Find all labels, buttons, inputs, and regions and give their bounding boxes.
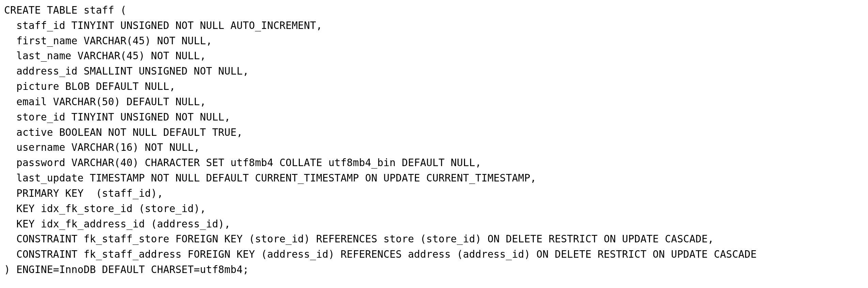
sql-code-block: CREATE TABLE staff ( staff_id TINYINT UN… <box>0 0 868 280</box>
